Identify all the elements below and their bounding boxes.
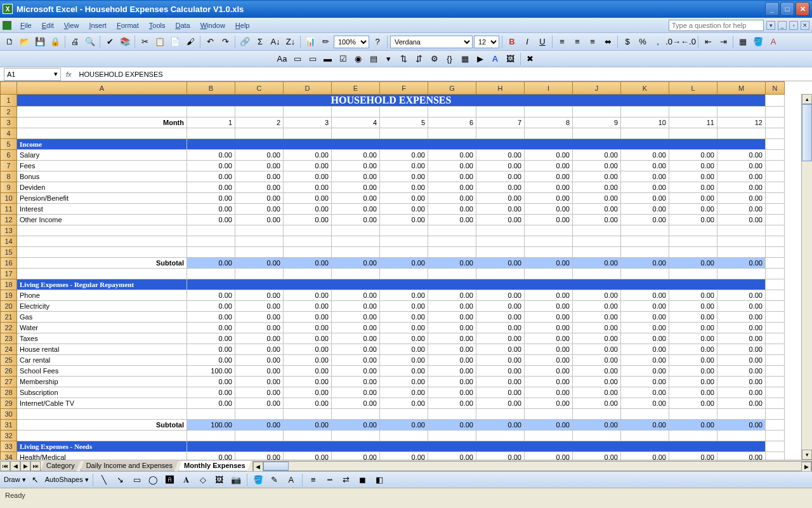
cell[interactable] xyxy=(428,225,476,236)
value-cell[interactable]: 0.00 xyxy=(525,387,573,398)
font-color-draw-icon[interactable]: A xyxy=(284,473,298,487)
item-label[interactable]: Pension/Benefit xyxy=(17,193,187,204)
value-cell[interactable]: 0.00 xyxy=(235,182,284,193)
row-header-13[interactable]: 13 xyxy=(1,225,17,236)
value-cell[interactable]: 0.00 xyxy=(717,323,766,333)
row-header-6[interactable]: 6 xyxy=(1,150,17,161)
zoom-select[interactable]: 100% xyxy=(334,36,369,48)
fontsize-select[interactable]: 12 xyxy=(474,36,499,48)
value-cell[interactable]: 0.00 xyxy=(717,333,766,344)
item-label[interactable]: Electricity xyxy=(17,301,187,312)
value-cell[interactable]: 0.00 xyxy=(284,182,332,193)
value-cell[interactable]: 0.00 xyxy=(476,193,525,204)
value-cell[interactable]: 0.00 xyxy=(573,193,621,204)
value-cell[interactable]: 0.00 xyxy=(428,290,476,301)
item-label[interactable]: Deviden xyxy=(17,182,187,193)
item-label[interactable]: Bonus xyxy=(17,171,187,182)
value-cell[interactable]: 0.00 xyxy=(525,355,573,366)
cell[interactable] xyxy=(476,269,525,279)
value-cell[interactable]: 0.00 xyxy=(428,215,476,225)
subtotal-cell[interactable]: 0.00 xyxy=(476,420,525,431)
value-cell[interactable]: 0.00 xyxy=(284,312,332,323)
value-cell[interactable]: 0.00 xyxy=(717,355,766,366)
value-cell[interactable]: 0.00 xyxy=(428,355,476,366)
value-cell[interactable]: 0.00 xyxy=(476,387,525,398)
cell[interactable] xyxy=(187,431,235,441)
item-label[interactable]: Water xyxy=(17,323,187,333)
line-color-icon[interactable]: ✎ xyxy=(268,473,282,487)
value-cell[interactable]: 0.00 xyxy=(717,290,766,301)
subtotal-cell[interactable]: 0.00 xyxy=(235,420,284,431)
value-cell[interactable]: 0.00 xyxy=(525,377,573,387)
row-header-22[interactable]: 22 xyxy=(1,323,17,333)
cell[interactable] xyxy=(669,236,717,247)
cell[interactable] xyxy=(332,236,380,247)
increase-indent-icon[interactable]: ⇥ xyxy=(716,35,730,49)
item-label[interactable]: Other Income xyxy=(17,215,187,225)
sheet-tab-daily-income-and-expenses[interactable]: Daily Income and Expenses xyxy=(81,461,178,471)
cell[interactable] xyxy=(573,236,621,247)
row-header-25[interactable]: 25 xyxy=(1,355,17,366)
value-cell[interactable]: 0.00 xyxy=(428,182,476,193)
month-cell[interactable]: 1 xyxy=(187,117,235,128)
scrollbar-icon[interactable]: ⇅ xyxy=(397,52,411,66)
cell[interactable] xyxy=(525,225,573,236)
subtotal-cell[interactable]: 0.00 xyxy=(284,258,332,269)
cell[interactable] xyxy=(621,409,669,420)
value-cell[interactable]: 0.00 xyxy=(573,333,621,344)
value-cell[interactable]: 0.00 xyxy=(380,161,428,171)
value-cell[interactable]: 0.00 xyxy=(573,323,621,333)
row-header-23[interactable]: 23 xyxy=(1,333,17,344)
value-cell[interactable]: 0.00 xyxy=(573,344,621,355)
permission-icon[interactable]: 🔒 xyxy=(48,35,62,49)
cell[interactable] xyxy=(187,247,235,258)
month-cell[interactable]: 5 xyxy=(380,117,428,128)
cell[interactable] xyxy=(717,269,766,279)
redo-icon[interactable]: ↷ xyxy=(218,35,232,49)
value-cell[interactable]: 0.00 xyxy=(380,301,428,312)
cell[interactable] xyxy=(476,236,525,247)
value-cell[interactable]: 0.00 xyxy=(621,150,669,161)
value-cell[interactable]: 0.00 xyxy=(476,323,525,333)
value-cell[interactable]: 0.00 xyxy=(428,344,476,355)
textbox-icon[interactable]: 🅰 xyxy=(163,473,177,487)
row-header-27[interactable]: 27 xyxy=(1,377,17,387)
menu-tools[interactable]: Tools xyxy=(144,20,171,30)
value-cell[interactable]: 0.00 xyxy=(717,344,766,355)
cell[interactable] xyxy=(235,269,284,279)
tab-last-icon[interactable]: ⏭ xyxy=(30,461,41,471)
menu-edit[interactable]: Edit xyxy=(37,20,59,30)
spellcheck-icon[interactable]: ✔ xyxy=(103,35,117,49)
maximize-button[interactable]: □ xyxy=(780,2,794,16)
research-icon[interactable]: 📚 xyxy=(118,35,132,49)
cell[interactable] xyxy=(525,236,573,247)
subtotal-cell[interactable]: 0.00 xyxy=(669,420,717,431)
cell[interactable] xyxy=(332,247,380,258)
value-cell[interactable]: 0.00 xyxy=(621,333,669,344)
value-cell[interactable]: 0.00 xyxy=(669,193,717,204)
item-label[interactable]: Salary xyxy=(17,150,187,161)
cell[interactable] xyxy=(380,107,428,117)
row-header-11[interactable]: 11 xyxy=(1,204,17,215)
cell[interactable] xyxy=(235,128,284,139)
col-header-G[interactable]: G xyxy=(428,82,476,95)
cell[interactable] xyxy=(669,107,717,117)
value-cell[interactable]: 0.00 xyxy=(476,355,525,366)
item-label[interactable]: Internet/Cable TV xyxy=(17,398,187,409)
value-cell[interactable]: 0.00 xyxy=(235,398,284,409)
row-header-8[interactable]: 8 xyxy=(1,171,17,182)
line-icon[interactable]: ╲ xyxy=(97,473,111,487)
chart-wizard-icon[interactable]: 📊 xyxy=(303,35,317,49)
cell[interactable] xyxy=(766,193,785,204)
cell[interactable] xyxy=(428,236,476,247)
value-cell[interactable]: 0.00 xyxy=(235,333,284,344)
chevron-down-icon[interactable]: ▾ xyxy=(54,70,58,78)
label-icon[interactable]: Aa xyxy=(275,52,289,66)
value-cell[interactable]: 0.00 xyxy=(717,215,766,225)
menu-window[interactable]: Window xyxy=(195,20,230,30)
borders-icon[interactable]: ▦ xyxy=(736,35,750,49)
subtotal-label[interactable]: Subtotal xyxy=(17,258,187,269)
cell[interactable] xyxy=(766,312,785,323)
value-cell[interactable]: 0.00 xyxy=(525,182,573,193)
cell[interactable] xyxy=(284,236,332,247)
